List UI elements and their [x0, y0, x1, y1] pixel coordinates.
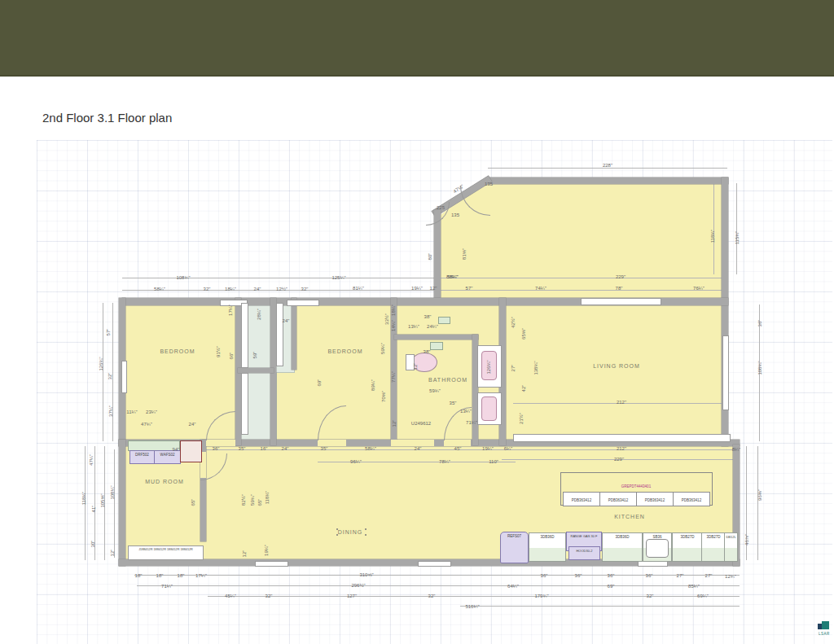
- island-cabinet-box: PDB363412: [563, 492, 600, 506]
- window: [418, 561, 451, 567]
- dimension-label: 30": [90, 541, 95, 548]
- room-name-label: MUD ROOM: [145, 479, 184, 484]
- fixture-box: [276, 303, 283, 366]
- dimension-label: 17¼": [195, 573, 207, 578]
- dimension-label: 96¼": [350, 459, 362, 464]
- dimension-label: 32": [108, 373, 112, 380]
- dimension-label: 59¾": [250, 494, 255, 506]
- dimension-label: 126¼": [99, 357, 103, 370]
- cabinet-box: 3DB27D: [672, 532, 703, 562]
- dimension-label: 66": [229, 353, 234, 360]
- window: [121, 361, 127, 393]
- door-opening: [444, 440, 471, 446]
- floor-plan-page: 2nd Floor 3.1 Floor plan DRF502WAFS02J18…: [0, 0, 834, 644]
- dimension-label: 32": [647, 594, 654, 598]
- dimension-label: 225: [437, 205, 445, 210]
- dimension-label: 19¼": [482, 446, 494, 451]
- dimension-label: 33½": [384, 313, 389, 325]
- cabinet-box: 3DB27D: [701, 532, 726, 562]
- dimension-label: 12": [413, 363, 418, 370]
- dimension-line: [757, 446, 758, 560]
- dimension-label: 45¼": [225, 594, 236, 598]
- dimension-label: 69": [608, 584, 615, 589]
- dimension-label: 57": [466, 286, 473, 291]
- dimension-label: 32": [266, 594, 273, 598]
- dimension-label: 19¼": [264, 545, 269, 556]
- dimension-label: 81¼": [353, 286, 364, 291]
- door-opening: [318, 440, 346, 446]
- dimension-line: [112, 303, 113, 441]
- dimension-label: 69": [317, 379, 322, 387]
- wall: [394, 335, 478, 340]
- dimension-label: 135: [451, 212, 459, 217]
- dimension-label: 17¼": [228, 304, 233, 316]
- dimension-label: 32": [428, 594, 436, 598]
- utility-sink: [180, 440, 202, 462]
- dimension-label: 27": [705, 573, 713, 578]
- dimension-label: 77¼": [391, 371, 396, 383]
- lsar-logo-text: LSAR: [814, 632, 834, 636]
- appliance-box: WAFS02: [154, 450, 181, 464]
- dimension-label: 229": [616, 274, 626, 279]
- dimension-line: [208, 596, 740, 597]
- island-part-label: GREPDT4443401: [579, 483, 693, 491]
- dimension-line: [130, 449, 733, 450]
- window: [638, 561, 668, 567]
- dimension-label: 8¼": [732, 447, 740, 452]
- dimension-label: 12¾": [725, 574, 736, 579]
- cabinet-box: DB12L: [724, 532, 738, 562]
- appliance-box: DRF502: [129, 450, 155, 464]
- dimension-label: 38": [424, 314, 432, 319]
- dimension-label: 38": [424, 349, 431, 354]
- dimension-label: 110": [489, 459, 498, 464]
- fixture-box: [241, 303, 248, 368]
- dimension-label: 89¼": [371, 379, 375, 391]
- dimension-label: 45": [454, 446, 462, 451]
- dimension-label: 82½": [241, 494, 246, 506]
- dimension-label: U249612: [411, 421, 431, 426]
- dimension-label: 125¼": [331, 275, 345, 280]
- wall: [391, 298, 397, 440]
- dimension-label: 65": [191, 499, 195, 506]
- dimension-label: 35": [239, 446, 246, 451]
- dimension-label: 71¼": [161, 584, 173, 589]
- vanity-sink: [481, 396, 497, 421]
- dimension-line: [318, 462, 516, 462]
- dimension-label: 12": [430, 286, 437, 291]
- dimension-label: 24": [415, 446, 422, 451]
- room-name-label: BEDROOM: [327, 348, 362, 354]
- floor-plan-drawing: DRF502WAFS02J188412R 188412R 188412R 188…: [0, 0, 834, 644]
- dimension-label: 212": [617, 446, 626, 451]
- window: [513, 434, 731, 442]
- dimension-line: [103, 303, 103, 441]
- dimension-label: 42": [521, 385, 526, 392]
- dimension-label: 36": [646, 573, 653, 578]
- dimension-label: 36": [541, 573, 548, 578]
- fixture-box: [241, 373, 248, 435]
- dimension-label: 27": [511, 365, 516, 372]
- dimension-label: 36": [757, 320, 762, 327]
- dimension-label: 76¼": [693, 286, 705, 291]
- dimension-label: 108¼": [757, 361, 762, 375]
- lsar-logo-mark-teal: [822, 621, 829, 629]
- dimension-label: 24": [282, 446, 289, 451]
- dimension-label: 80": [428, 253, 432, 261]
- window: [287, 300, 319, 306]
- dimension-label: 65": [257, 499, 262, 506]
- dimension-label: 118¼": [81, 492, 86, 506]
- wall: [488, 177, 728, 184]
- dimension-line: [114, 449, 115, 558]
- dimension-label: 64¼": [507, 584, 519, 589]
- dimension-label: 27": [677, 573, 684, 578]
- dimension-label: 126¼": [486, 360, 491, 374]
- dimension-label: 516¼": [465, 604, 479, 609]
- dimension-label: 78¼": [439, 459, 450, 464]
- dimension-label: 12": [110, 550, 115, 557]
- dimension-label: 24": [254, 287, 261, 291]
- dimension-label: 13¼": [408, 324, 419, 329]
- dimension-line: [488, 168, 727, 169]
- dining-chair-dot: [365, 534, 367, 536]
- dimension-label: 59¼": [380, 343, 385, 354]
- dimension-label: 88¼": [446, 274, 458, 279]
- dimension-label: 32": [204, 287, 211, 291]
